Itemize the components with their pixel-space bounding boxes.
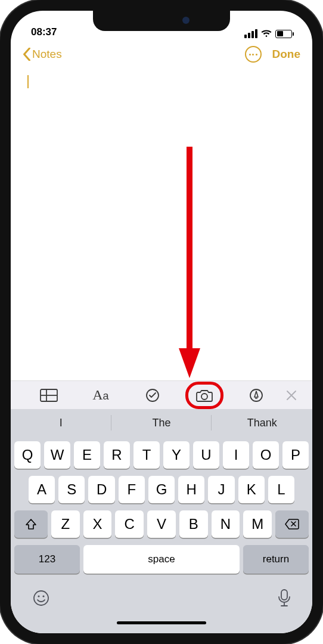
- key-shift[interactable]: [14, 510, 48, 538]
- key-f[interactable]: F: [119, 476, 145, 503]
- key-w[interactable]: W: [44, 441, 70, 469]
- table-icon: [40, 389, 58, 402]
- table-button[interactable]: [23, 389, 74, 402]
- svg-point-10: [42, 595, 44, 597]
- microphone-icon: [278, 589, 291, 607]
- emoji-button[interactable]: [32, 589, 50, 609]
- status-time: 08:37: [31, 26, 57, 38]
- wifi-icon: [261, 30, 272, 38]
- chevron-left-icon: [23, 48, 31, 61]
- svg-point-6: [201, 394, 207, 400]
- key-j[interactable]: J: [208, 476, 234, 503]
- device-notch: [93, 11, 230, 31]
- keyboard-row-3: Z X C V B N M: [14, 510, 309, 538]
- keyboard-bottom-row: [14, 581, 309, 614]
- textformat-icon: Aa: [92, 387, 108, 403]
- markup-icon: [249, 388, 263, 402]
- key-b[interactable]: B: [179, 510, 208, 538]
- key-e[interactable]: E: [74, 441, 100, 469]
- keyboard-row-1: Q W E R T Y U I O P: [14, 441, 309, 469]
- keyboard: Q W E R T Y U I O P A S D F G H J K L: [11, 436, 312, 633]
- iphone-frame: 08:37 Notes Done: [0, 0, 323, 644]
- text-cursor: [27, 75, 29, 88]
- key-x[interactable]: X: [83, 510, 112, 538]
- camera-button[interactable]: [179, 389, 231, 402]
- home-indicator[interactable]: [14, 621, 309, 633]
- key-return[interactable]: return: [243, 545, 309, 574]
- key-backspace[interactable]: [275, 510, 309, 538]
- more-button[interactable]: [245, 46, 262, 63]
- close-toolbar-button[interactable]: [282, 390, 300, 401]
- key-s[interactable]: S: [58, 476, 85, 503]
- predictive-suggestion-2[interactable]: The: [111, 409, 212, 436]
- dictation-button[interactable]: [278, 589, 291, 609]
- key-d[interactable]: D: [88, 476, 114, 503]
- emoji-icon: [32, 589, 50, 607]
- backspace-icon: [285, 519, 299, 530]
- key-a[interactable]: A: [29, 476, 55, 503]
- back-button[interactable]: Notes: [23, 48, 62, 61]
- key-t[interactable]: T: [133, 441, 160, 469]
- key-g[interactable]: G: [148, 476, 175, 503]
- back-label: Notes: [32, 48, 62, 61]
- shift-icon: [25, 518, 37, 530]
- annotation-arrow: [178, 141, 201, 379]
- svg-marker-1: [179, 348, 200, 378]
- predictive-text-bar: I The Thank: [11, 409, 312, 436]
- key-c[interactable]: C: [115, 510, 144, 538]
- key-y[interactable]: Y: [163, 441, 190, 469]
- camera-icon: [196, 389, 213, 402]
- key-v[interactable]: V: [147, 510, 176, 538]
- navigation-bar: Notes Done: [11, 39, 312, 69]
- key-o[interactable]: O: [253, 441, 279, 469]
- textformat-button[interactable]: Aa: [74, 387, 126, 403]
- cellular-signal-icon: [244, 29, 257, 38]
- key-l[interactable]: L: [268, 476, 294, 503]
- key-p[interactable]: P: [282, 441, 309, 469]
- close-icon: [286, 390, 297, 401]
- key-m[interactable]: M: [243, 510, 272, 538]
- done-button[interactable]: Done: [272, 48, 301, 61]
- battery-icon: [275, 30, 292, 38]
- key-numbers[interactable]: 123: [14, 545, 80, 574]
- svg-rect-11: [281, 590, 287, 600]
- markup-button[interactable]: [231, 388, 282, 402]
- key-n[interactable]: N: [212, 510, 240, 538]
- predictive-suggestion-1[interactable]: I: [11, 409, 111, 436]
- note-editor[interactable]: [11, 69, 312, 380]
- key-r[interactable]: R: [104, 441, 130, 469]
- svg-point-9: [38, 595, 39, 597]
- key-i[interactable]: I: [223, 441, 249, 469]
- svg-point-8: [34, 591, 48, 605]
- checklist-icon: [145, 388, 160, 402]
- keyboard-row-2: A S D F G H J K L: [14, 476, 309, 503]
- formatting-toolbar: Aa: [11, 380, 312, 409]
- key-h[interactable]: H: [178, 476, 204, 503]
- keyboard-row-4: 123 space return: [14, 545, 309, 574]
- key-k[interactable]: K: [238, 476, 265, 503]
- key-z[interactable]: Z: [51, 510, 80, 538]
- predictive-suggestion-3[interactable]: Thank: [212, 409, 312, 436]
- key-q[interactable]: Q: [14, 441, 41, 469]
- key-space[interactable]: space: [83, 545, 240, 574]
- key-u[interactable]: U: [193, 441, 219, 469]
- checklist-button[interactable]: [126, 388, 178, 402]
